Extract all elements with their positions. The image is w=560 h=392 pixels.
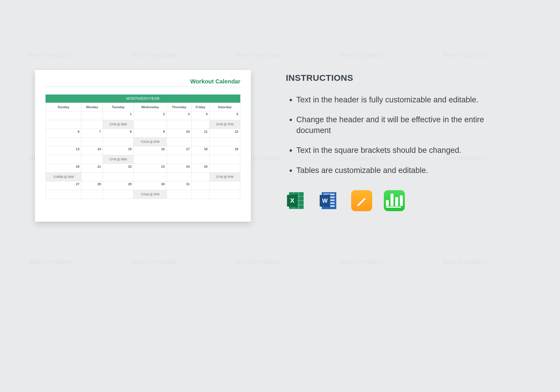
watermark: BestTemplates bbox=[443, 258, 487, 266]
calendar-event-cell bbox=[103, 138, 134, 146]
calendar-date-cell: 2 bbox=[134, 111, 167, 120]
calendar-date-cell: 21 bbox=[81, 164, 103, 173]
divider bbox=[46, 87, 240, 87]
day-header: Friday bbox=[192, 103, 209, 111]
pages-icon bbox=[351, 190, 372, 211]
calendar-event-cell bbox=[192, 120, 209, 129]
instruction-item: Text in the square brackets should be ch… bbox=[296, 145, 506, 155]
excel-letter: X bbox=[287, 194, 298, 207]
watermark: BestTemplates bbox=[133, 51, 177, 59]
calendar-event-cell bbox=[103, 190, 134, 199]
calendar-event-cell bbox=[46, 190, 81, 199]
day-header: Sunday bbox=[46, 103, 81, 111]
calendar-event-cell bbox=[167, 120, 191, 129]
calendar-date-cell: 5 bbox=[209, 111, 240, 120]
calendar-event-cell bbox=[134, 173, 167, 181]
calendar-date-cell: 28 bbox=[81, 181, 103, 190]
calendar-date-cell: 4 bbox=[192, 111, 209, 120]
calendar-table: Sunday Monday Tuesday Wednesday Thursday… bbox=[46, 103, 240, 199]
calendar-date-cell: 14 bbox=[81, 146, 103, 155]
calendar-event-cell: ZUMBA @ 8AM bbox=[46, 173, 81, 181]
calendar-event-cell: GYM @ 5PM bbox=[209, 120, 240, 129]
template-preview-card: Workout Calendar MONTH/DAY/YEAR Sunday M… bbox=[35, 70, 251, 222]
calendar-date-cell bbox=[192, 181, 209, 190]
watermark: BestTemplates bbox=[236, 51, 280, 59]
calendar-event-cell bbox=[46, 155, 81, 164]
calendar-event-cell bbox=[134, 155, 167, 164]
instruction-item: Tables are customizable and editable. bbox=[296, 165, 506, 176]
calendar-event-cell bbox=[192, 190, 209, 199]
calendar-event-cell bbox=[209, 138, 240, 146]
calendar-date-cell: 20 bbox=[46, 164, 81, 173]
calendar-event-cell bbox=[209, 190, 240, 199]
calendar-date-cell: 12 bbox=[209, 129, 240, 138]
calendar-event-cell: YOGA @ 5PM bbox=[134, 138, 167, 146]
watermark: BestTemplates bbox=[340, 51, 384, 59]
calendar-date-cell: 22 bbox=[103, 164, 134, 173]
calendar-date-cell: 25 bbox=[192, 164, 209, 173]
calendar-date-cell: 1 bbox=[103, 111, 134, 120]
calendar-date-cell bbox=[46, 111, 81, 120]
calendar-date-cell: 18 bbox=[192, 146, 209, 155]
watermark: BestTemplates bbox=[29, 51, 73, 59]
day-header: Monday bbox=[81, 103, 103, 111]
app-icons-row: X W bbox=[286, 190, 528, 211]
calendar-banner: MONTH/DAY/YEAR bbox=[46, 94, 240, 103]
watermark: BestTemplates bbox=[340, 258, 384, 266]
calendar-event-cell bbox=[167, 173, 191, 181]
calendar-date-cell: 6 bbox=[46, 129, 81, 138]
calendar-date-cell: 9 bbox=[134, 129, 167, 138]
word-icon: W bbox=[318, 190, 340, 211]
calendar-event-cell bbox=[46, 120, 81, 129]
day-header: Tuesday bbox=[103, 103, 134, 111]
calendar-event-cell bbox=[81, 155, 103, 164]
numbers-icon bbox=[384, 190, 405, 211]
instruction-item: Text in the header is fully customizable… bbox=[296, 94, 506, 105]
calendar-event-cell bbox=[167, 155, 191, 164]
calendar-date-cell: 3 bbox=[167, 111, 191, 120]
calendar-event-cell: GYM @ 9AM bbox=[103, 155, 134, 164]
calendar-date-cell: 19 bbox=[209, 146, 240, 155]
calendar-event-cell bbox=[209, 155, 240, 164]
calendar-event-cell bbox=[81, 173, 103, 181]
calendar-event-cell bbox=[81, 138, 103, 146]
calendar-event-cell: GYM @ 5PM bbox=[209, 173, 240, 181]
calendar-date-cell: 10 bbox=[167, 129, 191, 138]
calendar-event-cell bbox=[46, 138, 81, 146]
calendar-event-cell: GYM @ 9AM bbox=[103, 120, 134, 129]
calendar-event-cell bbox=[167, 190, 191, 199]
calendar-event-cell bbox=[103, 173, 134, 181]
calendar-date-cell bbox=[209, 164, 240, 173]
calendar-date-cell: 29 bbox=[103, 181, 134, 190]
excel-icon: X bbox=[286, 190, 307, 211]
calendar-date-cell: 23 bbox=[134, 164, 167, 173]
calendar-date-cell: 24 bbox=[167, 164, 191, 173]
word-letter: W bbox=[320, 194, 330, 207]
calendar-event-cell bbox=[167, 138, 191, 146]
calendar-date-cell: 16 bbox=[134, 146, 167, 155]
calendar-event-cell bbox=[81, 120, 103, 129]
calendar-date-cell bbox=[209, 181, 240, 190]
calendar-event-cell bbox=[192, 173, 209, 181]
calendar-event-cell: YOGA @ 5PM bbox=[134, 190, 167, 199]
calendar-date-cell: 15 bbox=[103, 146, 134, 155]
calendar-date-cell: 7 bbox=[81, 129, 103, 138]
calendar-event-cell bbox=[134, 120, 167, 129]
calendar-event-cell bbox=[192, 138, 209, 146]
calendar-date-cell bbox=[81, 111, 103, 120]
template-title: Workout Calendar bbox=[46, 78, 240, 87]
watermark: BestTemplates bbox=[236, 258, 280, 266]
calendar-date-cell: 11 bbox=[192, 129, 209, 138]
instructions-panel: INSTRUCTIONS Text in the header is fully… bbox=[286, 70, 528, 222]
day-header: Thursday bbox=[167, 103, 191, 111]
calendar-date-cell: 17 bbox=[167, 146, 191, 155]
watermark: BestTemplates bbox=[133, 258, 177, 266]
instructions-heading: INSTRUCTIONS bbox=[286, 73, 528, 83]
watermark: BestTemplates bbox=[29, 258, 73, 266]
calendar-event-cell bbox=[192, 155, 209, 164]
calendar-date-cell: 13 bbox=[46, 146, 81, 155]
day-header: Wednesday bbox=[134, 103, 167, 111]
calendar-date-cell: 27 bbox=[46, 181, 81, 190]
calendar-date-cell: 30 bbox=[134, 181, 167, 190]
watermark: BestTemplates bbox=[443, 51, 487, 59]
